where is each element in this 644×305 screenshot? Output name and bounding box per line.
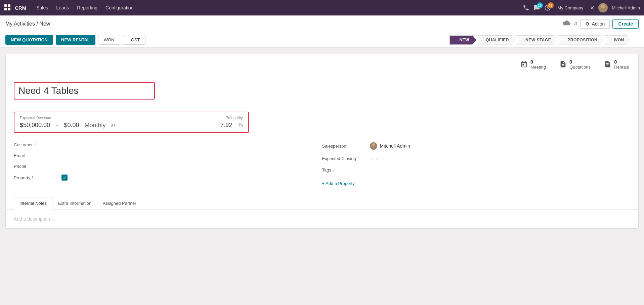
svg-rect-2 (4, 8, 7, 10)
salesperson-name[interactable]: Mitchell Admin (380, 143, 410, 149)
app-grid-icon[interactable] (4, 4, 11, 12)
breadcrumb-actions: ↺ ⚙ Action Create (563, 19, 639, 29)
cloud-save-icon[interactable] (563, 19, 570, 28)
breadcrumb-current: New (39, 21, 50, 27)
tags-help-icon[interactable]: ? (333, 168, 335, 172)
activity-badge[interactable]: 46 (544, 4, 551, 11)
tags-label: Tags ? (322, 167, 366, 173)
expected-revenue-label: Expected Revenue (20, 116, 115, 120)
svg-point-6 (372, 143, 375, 147)
top-navigation: CRM Sales Leads Reporting Configuration … (0, 0, 644, 15)
nav-leads[interactable]: Leads (53, 4, 72, 12)
main-content: 0 Meeting 0 Quotations 0 Ren (0, 48, 644, 234)
closing-help-icon[interactable]: ? (357, 157, 359, 161)
expected-closing-label: Expected Closing ? (322, 156, 366, 161)
breadcrumb-parent[interactable]: My Activities (5, 21, 35, 27)
nav-configuration[interactable]: Configuration (102, 4, 137, 12)
user-name[interactable]: Mitchell Admin (612, 5, 640, 10)
svg-point-5 (600, 8, 606, 12)
svg-rect-3 (8, 8, 10, 10)
quotations-label: Quotations (569, 65, 591, 70)
phone-label: Phone (14, 164, 57, 169)
property1-checkbox[interactable] (61, 175, 68, 181)
revenue-at: at (111, 123, 115, 128)
rentals-button[interactable]: 0 Rentals (601, 58, 632, 71)
email-field-row: Email (14, 150, 322, 161)
star-3[interactable]: ☆ (381, 155, 385, 162)
gear-icon: ⚙ (585, 21, 590, 27)
user-avatar[interactable] (598, 3, 608, 12)
app-name[interactable]: CRM (15, 5, 26, 11)
probability-value[interactable]: 7.92 (220, 122, 232, 129)
svg-point-7 (371, 147, 376, 150)
revenue-period[interactable]: Monthly (84, 122, 105, 129)
form-fields-left: Customer ? Email Phone (14, 140, 322, 192)
expected-closing-field-row: Expected Closing ? ☆ ☆ ☆ (322, 153, 631, 165)
nav-sales[interactable]: Sales (33, 4, 51, 12)
chat-count: 18 (537, 2, 543, 8)
add-property-row: + Add a Property (322, 176, 631, 192)
lead-title[interactable]: Need 4 Tables (14, 82, 155, 100)
priority-stars: ☆ ☆ ☆ (370, 155, 385, 162)
form-fields: Customer ? Email Phone (14, 140, 630, 192)
breadcrumb-bar: My Activities / New ↺ ⚙ Action Create (0, 15, 644, 32)
create-button[interactable]: Create (612, 19, 639, 29)
rentals-label: Rentals (614, 65, 629, 70)
phone-field-row: Phone (14, 161, 322, 172)
lost-button[interactable]: LOST (123, 35, 146, 45)
meeting-button[interactable]: 0 Meeting (518, 58, 549, 71)
customer-field-row: Customer ? (14, 140, 322, 150)
phone-icon-badge[interactable] (523, 4, 529, 11)
meeting-label: Meeting (530, 65, 546, 70)
quotations-button[interactable]: 0 Quotations (557, 58, 593, 71)
email-label: Email (14, 153, 57, 158)
form-fields-right: Salesperson Mitchell Admin Expected Clos… (322, 140, 631, 192)
refresh-icon[interactable]: ↺ (573, 21, 577, 27)
probability-row: 7.92 % (220, 122, 243, 129)
chat-badge[interactable]: 18 (533, 4, 540, 11)
star-2[interactable]: ☆ (375, 155, 380, 162)
property1-label: Property 1 (14, 175, 57, 180)
won-button[interactable]: WON (98, 35, 120, 45)
company-name[interactable]: My Company (558, 5, 584, 10)
salesperson-value: Mitchell Admin (370, 142, 410, 150)
tab-assigned-partner[interactable]: Assigned Partner (97, 197, 142, 209)
settings-icon[interactable]: ✕ (590, 5, 594, 11)
description-input[interactable]: Add a description... (14, 216, 630, 222)
add-property-button[interactable]: + Add a Property (322, 178, 355, 189)
form-tabs: Internal Notes Extra Information Assigne… (6, 197, 638, 209)
action-button[interactable]: ⚙ Action (580, 19, 610, 29)
stage-new-stage[interactable]: NEW STAGE (516, 35, 558, 45)
stage-proposition[interactable]: PROPOSITION (558, 35, 604, 45)
breadcrumb: My Activities / New (5, 21, 563, 27)
property1-field-row: Property 1 (14, 172, 322, 184)
meeting-count: 0 (530, 59, 546, 65)
rentals-count: 0 (614, 59, 629, 65)
revenue-row: $50,000.00 + $0.00 Monthly at (20, 122, 115, 129)
tab-content-internal-notes: Add a description... (14, 209, 630, 222)
salesperson-field-row: Salesperson Mitchell Admin (322, 140, 631, 153)
smart-buttons: 0 Meeting 0 Quotations 0 Ren (6, 53, 638, 75)
customer-help-icon[interactable]: ? (34, 143, 36, 147)
revenue-plus-button[interactable]: + (55, 122, 58, 128)
probability-label: Probability (220, 116, 243, 120)
stage-qualified[interactable]: QUALIFIED (476, 35, 516, 45)
new-rental-button[interactable]: NEW RENTAL (56, 35, 95, 45)
action-bar: NEW QUOTATION NEW RENTAL WON LOST NEW QU… (0, 32, 644, 48)
stage-won[interactable]: WON (604, 35, 631, 45)
svg-point-4 (601, 4, 605, 8)
tab-internal-notes[interactable]: Internal Notes (14, 197, 52, 209)
revenue-amount[interactable]: $50,000.00 (20, 122, 50, 129)
nav-reporting[interactable]: Reporting (74, 4, 101, 12)
stage-new[interactable]: NEW (449, 35, 476, 45)
new-quotation-button[interactable]: NEW QUOTATION (5, 35, 53, 45)
salesperson-avatar (370, 142, 377, 150)
form-card: 0 Meeting 0 Quotations 0 Ren (5, 53, 639, 229)
revenue-section: Expected Revenue $50,000.00 + $0.00 Mont… (14, 112, 249, 133)
revenue-secondary[interactable]: $0.00 (64, 122, 79, 129)
tags-field-row: Tags ? (322, 165, 631, 176)
salesperson-label: Salesperson (322, 144, 366, 149)
activity-count: 46 (548, 2, 554, 8)
star-1[interactable]: ☆ (370, 155, 375, 162)
tab-extra-information[interactable]: Extra Information (52, 197, 97, 209)
